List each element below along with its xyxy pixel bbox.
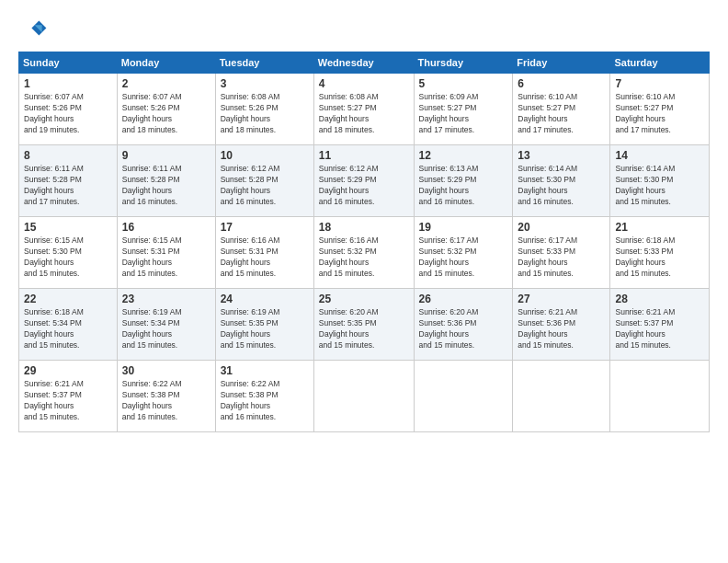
- day-info: Sunrise: 6:16 AM Sunset: 5:31 PM Dayligh…: [221, 236, 309, 280]
- calendar-cell: 19 Sunrise: 6:17 AM Sunset: 5:32 PM Dayl…: [414, 217, 513, 289]
- day-info: Sunrise: 6:17 AM Sunset: 5:33 PM Dayligh…: [518, 236, 605, 280]
- page: SundayMondayTuesdayWednesdayThursdayFrid…: [0, 0, 728, 442]
- calendar-cell: 17 Sunrise: 6:16 AM Sunset: 5:31 PM Dayl…: [215, 217, 313, 289]
- day-info: Sunrise: 6:15 AM Sunset: 5:31 PM Dayligh…: [122, 236, 210, 280]
- day-number: 23: [122, 293, 210, 305]
- calendar-week-4: 22 Sunrise: 6:18 AM Sunset: 5:34 PM Dayl…: [19, 289, 710, 361]
- day-number: 12: [419, 149, 508, 162]
- calendar-cell: 10 Sunrise: 6:12 AM Sunset: 5:28 PM Dayl…: [215, 145, 313, 217]
- weekday-header-thursday: Thursday: [414, 52, 513, 74]
- day-info: Sunrise: 6:18 AM Sunset: 5:34 PM Dayligh…: [24, 307, 112, 351]
- calendar-cell: 11 Sunrise: 6:12 AM Sunset: 5:29 PM Dayl…: [313, 145, 414, 217]
- weekday-header-tuesday: Tuesday: [215, 52, 313, 74]
- day-number: 2: [122, 77, 210, 90]
- day-number: 14: [615, 149, 704, 162]
- calendar-week-5: 29 Sunrise: 6:21 AM Sunset: 5:37 PM Dayl…: [19, 361, 710, 432]
- calendar-cell: 20 Sunrise: 6:17 AM Sunset: 5:33 PM Dayl…: [513, 217, 610, 289]
- header: [18, 15, 710, 44]
- calendar-cell: 23 Sunrise: 6:19 AM Sunset: 5:34 PM Dayl…: [117, 289, 215, 361]
- day-info: Sunrise: 6:19 AM Sunset: 5:34 PM Dayligh…: [122, 307, 210, 351]
- calendar-cell: [414, 361, 513, 432]
- day-number: 11: [319, 149, 409, 162]
- day-info: Sunrise: 6:10 AM Sunset: 5:27 PM Dayligh…: [518, 92, 605, 136]
- day-info: Sunrise: 6:07 AM Sunset: 5:26 PM Dayligh…: [122, 92, 210, 136]
- logo: [18, 15, 51, 44]
- logo-icon: [18, 15, 48, 44]
- calendar-cell: 16 Sunrise: 6:15 AM Sunset: 5:31 PM Dayl…: [117, 217, 215, 289]
- day-number: 26: [419, 293, 508, 305]
- day-number: 28: [615, 293, 704, 305]
- day-number: 10: [221, 149, 309, 162]
- day-number: 29: [24, 364, 112, 377]
- day-info: Sunrise: 6:07 AM Sunset: 5:26 PM Dayligh…: [24, 92, 112, 136]
- day-number: 5: [419, 77, 508, 90]
- day-info: Sunrise: 6:18 AM Sunset: 5:33 PM Dayligh…: [615, 236, 704, 280]
- day-info: Sunrise: 6:12 AM Sunset: 5:28 PM Dayligh…: [221, 164, 309, 208]
- calendar-cell: 21 Sunrise: 6:18 AM Sunset: 5:33 PM Dayl…: [610, 217, 710, 289]
- calendar-cell: 1 Sunrise: 6:07 AM Sunset: 5:26 PM Dayli…: [19, 74, 118, 145]
- calendar-cell: 15 Sunrise: 6:15 AM Sunset: 5:30 PM Dayl…: [19, 217, 118, 289]
- weekday-header-row: SundayMondayTuesdayWednesdayThursdayFrid…: [19, 52, 710, 74]
- calendar-cell: 27 Sunrise: 6:21 AM Sunset: 5:36 PM Dayl…: [513, 289, 610, 361]
- calendar-cell: 3 Sunrise: 6:08 AM Sunset: 5:26 PM Dayli…: [215, 74, 313, 145]
- day-number: 25: [319, 293, 409, 305]
- day-number: 17: [221, 221, 309, 234]
- calendar-cell: 29 Sunrise: 6:21 AM Sunset: 5:37 PM Dayl…: [19, 361, 118, 432]
- day-info: Sunrise: 6:13 AM Sunset: 5:29 PM Dayligh…: [419, 164, 508, 208]
- day-number: 22: [24, 293, 112, 305]
- day-info: Sunrise: 6:10 AM Sunset: 5:27 PM Dayligh…: [615, 92, 704, 136]
- calendar-cell: 4 Sunrise: 6:08 AM Sunset: 5:27 PM Dayli…: [313, 74, 414, 145]
- day-number: 30: [122, 364, 210, 377]
- day-number: 6: [518, 77, 605, 90]
- day-number: 16: [122, 221, 210, 234]
- day-number: 9: [122, 149, 210, 162]
- day-info: Sunrise: 6:21 AM Sunset: 5:37 PM Dayligh…: [24, 379, 112, 423]
- day-number: 20: [518, 221, 605, 234]
- calendar-cell: 22 Sunrise: 6:18 AM Sunset: 5:34 PM Dayl…: [19, 289, 118, 361]
- calendar-cell: 25 Sunrise: 6:20 AM Sunset: 5:35 PM Dayl…: [313, 289, 414, 361]
- calendar-cell: 8 Sunrise: 6:11 AM Sunset: 5:28 PM Dayli…: [19, 145, 118, 217]
- calendar-week-2: 8 Sunrise: 6:11 AM Sunset: 5:28 PM Dayli…: [19, 145, 710, 217]
- calendar-cell: 24 Sunrise: 6:19 AM Sunset: 5:35 PM Dayl…: [215, 289, 313, 361]
- day-number: 19: [419, 221, 508, 234]
- day-info: Sunrise: 6:20 AM Sunset: 5:36 PM Dayligh…: [419, 307, 508, 351]
- day-number: 18: [319, 221, 409, 234]
- day-info: Sunrise: 6:21 AM Sunset: 5:36 PM Dayligh…: [518, 307, 605, 351]
- day-number: 7: [615, 77, 704, 90]
- day-number: 15: [24, 221, 112, 234]
- calendar-cell: [513, 361, 610, 432]
- day-info: Sunrise: 6:09 AM Sunset: 5:27 PM Dayligh…: [419, 92, 508, 136]
- calendar-cell: 26 Sunrise: 6:20 AM Sunset: 5:36 PM Dayl…: [414, 289, 513, 361]
- calendar-cell: 31 Sunrise: 6:22 AM Sunset: 5:38 PM Dayl…: [215, 361, 313, 432]
- calendar-cell: 7 Sunrise: 6:10 AM Sunset: 5:27 PM Dayli…: [610, 74, 710, 145]
- calendar-cell: 14 Sunrise: 6:14 AM Sunset: 5:30 PM Dayl…: [610, 145, 710, 217]
- day-number: 31: [221, 364, 309, 377]
- day-number: 4: [319, 77, 409, 90]
- weekday-header-sunday: Sunday: [19, 52, 118, 74]
- day-info: Sunrise: 6:14 AM Sunset: 5:30 PM Dayligh…: [615, 164, 704, 208]
- calendar-cell: 6 Sunrise: 6:10 AM Sunset: 5:27 PM Dayli…: [513, 74, 610, 145]
- day-number: 27: [518, 293, 605, 305]
- day-info: Sunrise: 6:15 AM Sunset: 5:30 PM Dayligh…: [24, 236, 112, 280]
- weekday-header-monday: Monday: [117, 52, 215, 74]
- calendar-cell: 13 Sunrise: 6:14 AM Sunset: 5:30 PM Dayl…: [513, 145, 610, 217]
- day-number: 21: [615, 221, 704, 234]
- day-info: Sunrise: 6:21 AM Sunset: 5:37 PM Dayligh…: [615, 307, 704, 351]
- calendar-cell: 28 Sunrise: 6:21 AM Sunset: 5:37 PM Dayl…: [610, 289, 710, 361]
- day-info: Sunrise: 6:22 AM Sunset: 5:38 PM Dayligh…: [221, 379, 309, 423]
- day-info: Sunrise: 6:20 AM Sunset: 5:35 PM Dayligh…: [319, 307, 409, 351]
- calendar-cell: [313, 361, 414, 432]
- calendar-cell: 12 Sunrise: 6:13 AM Sunset: 5:29 PM Dayl…: [414, 145, 513, 217]
- weekday-header-wednesday: Wednesday: [313, 52, 414, 74]
- day-number: 1: [24, 77, 112, 90]
- calendar-week-3: 15 Sunrise: 6:15 AM Sunset: 5:30 PM Dayl…: [19, 217, 710, 289]
- calendar-cell: 18 Sunrise: 6:16 AM Sunset: 5:32 PM Dayl…: [313, 217, 414, 289]
- day-info: Sunrise: 6:08 AM Sunset: 5:26 PM Dayligh…: [221, 92, 309, 136]
- day-number: 8: [24, 149, 112, 162]
- calendar-week-1: 1 Sunrise: 6:07 AM Sunset: 5:26 PM Dayli…: [19, 74, 710, 145]
- day-number: 24: [221, 293, 309, 305]
- day-info: Sunrise: 6:11 AM Sunset: 5:28 PM Dayligh…: [24, 164, 112, 208]
- calendar-cell: 9 Sunrise: 6:11 AM Sunset: 5:28 PM Dayli…: [117, 145, 215, 217]
- day-info: Sunrise: 6:14 AM Sunset: 5:30 PM Dayligh…: [518, 164, 605, 208]
- calendar-cell: 30 Sunrise: 6:22 AM Sunset: 5:38 PM Dayl…: [117, 361, 215, 432]
